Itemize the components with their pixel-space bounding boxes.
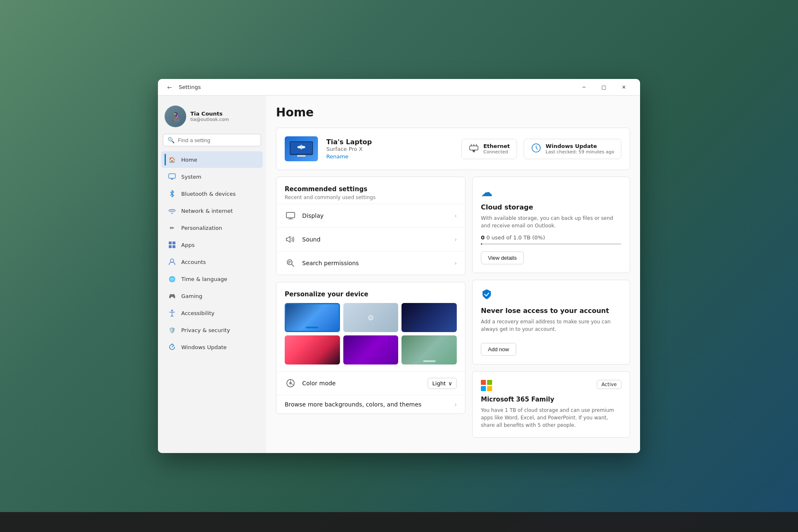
device-info: Tia's Laptop Surface Pro X Rename [326, 138, 453, 160]
svg-point-2 [172, 213, 173, 214]
minimize-button[interactable]: ─ [574, 81, 594, 94]
sidebar-item-personalization[interactable]: ✏️ Personalization [161, 219, 263, 236]
sidebar-item-label: Home [181, 157, 197, 163]
browse-themes-row[interactable]: Browse more backgrounds, colors, and the… [276, 395, 465, 414]
sidebar-item-label: Accessibility [181, 310, 214, 316]
svg-rect-13 [473, 150, 475, 152]
account-security-desc: Add a recovery email address to make sur… [481, 318, 621, 333]
sidebar-item-label: Bluetooth & devices [181, 191, 236, 197]
svg-rect-18 [288, 261, 291, 262]
sidebar-item-privacy[interactable]: 🛡️ Privacy & security [161, 322, 263, 338]
sidebar-item-network[interactable]: Network & internet [161, 202, 263, 219]
wallpaper-1[interactable] [285, 303, 340, 332]
home-icon: 🏠 [168, 155, 176, 164]
sidebar-item-system[interactable]: System [161, 168, 263, 185]
sound-chevron: › [454, 236, 457, 243]
svg-point-7 [170, 259, 174, 262]
update-status: Last checked: 59 minutes ago [546, 149, 614, 155]
recommended-subtitle: Recent and commonly used settings [285, 195, 457, 200]
personalization-icon: ✏️ [168, 224, 176, 232]
search-input[interactable] [178, 137, 256, 143]
svg-point-21 [289, 382, 292, 384]
personalize-title: Personalize your device [285, 291, 457, 298]
device-name: Tia's Laptop [326, 138, 453, 146]
sidebar-item-windows-update[interactable]: Windows Update [161, 339, 263, 355]
wallpaper-4[interactable] [285, 335, 340, 365]
browse-themes-chevron: › [454, 401, 457, 408]
accounts-icon [168, 258, 176, 266]
display-label: Display [302, 212, 454, 219]
window-title: Settings [179, 84, 201, 90]
status-cards: Ethernet Connected Windows Update Last c… [461, 139, 621, 159]
color-mode-label: Color mode [302, 380, 428, 387]
recommended-title: Recommended settings [285, 185, 457, 193]
sidebar-item-apps[interactable]: Apps [161, 236, 263, 253]
rename-link[interactable]: Rename [326, 153, 348, 160]
svg-rect-19 [288, 263, 290, 264]
system-icon [168, 172, 176, 181]
window-controls: ─ □ ✕ [574, 81, 633, 94]
left-column: Recommended settings Recent and commonly… [276, 177, 466, 438]
ms-logo-blue [481, 386, 486, 391]
two-col-layout: Recommended settings Recent and commonly… [276, 177, 630, 438]
svg-rect-11 [297, 155, 305, 157]
sidebar-item-home[interactable]: 🏠 Home [161, 151, 263, 168]
svg-rect-3 [169, 241, 172, 244]
main-content: Home Tia's Laptop Surface Pro X [266, 96, 640, 453]
search-permissions-label: Search permissions [302, 260, 454, 266]
ms365-title: Microsoft 365 Family [481, 396, 621, 403]
time-icon: 🌐 [168, 275, 176, 283]
wallpaper-2[interactable] [343, 303, 399, 332]
ethernet-icon [468, 143, 479, 155]
sound-setting-row[interactable]: Sound › [276, 227, 465, 251]
view-details-button[interactable]: View details [481, 251, 524, 264]
ms-logo-green [487, 380, 492, 385]
ms365-desc: You have 1 TB of cloud storage and can u… [481, 406, 621, 429]
sidebar-item-time[interactable]: 🌐 Time & language [161, 271, 263, 287]
ms365-card: Active Microsoft 365 Family You have 1 T… [472, 371, 630, 438]
color-mode-chevron: ∨ [448, 380, 452, 387]
windows-update-status-icon [531, 143, 542, 155]
wallpaper-6[interactable] [401, 335, 457, 365]
wallpaper-5[interactable] [343, 335, 399, 365]
sidebar-item-accessibility[interactable]: Accessibility [161, 305, 263, 321]
user-profile[interactable]: 👩‍🦽 Tia Counts tia@outlook.com [158, 102, 266, 134]
gaming-icon: 🎮 [168, 292, 176, 300]
ms-logo-yellow [487, 386, 492, 391]
add-now-button[interactable]: Add now [481, 343, 516, 356]
search-permissions-row[interactable]: Search permissions › [276, 251, 465, 275]
maximize-button[interactable]: □ [594, 81, 613, 94]
search-permissions-chevron: › [454, 260, 457, 266]
sidebar-item-label: Personalization [181, 225, 222, 231]
sidebar-item-gaming[interactable]: 🎮 Gaming [161, 288, 263, 304]
ethernet-label: Ethernet [483, 143, 510, 149]
search-box[interactable]: 🔍 [163, 134, 261, 146]
windows-update-status-card[interactable]: Windows Update Last checked: 59 minutes … [524, 139, 621, 159]
close-button[interactable]: ✕ [614, 81, 633, 94]
search-permissions-icon [285, 257, 296, 269]
active-badge: Active [597, 380, 621, 389]
svg-rect-12 [470, 146, 478, 150]
update-text: Windows Update Last checked: 59 minutes … [546, 143, 614, 155]
display-setting-row[interactable]: Display › [276, 204, 465, 227]
color-mode-icon [285, 377, 296, 389]
sidebar-item-label: System [181, 174, 201, 180]
wallpaper-3[interactable] [401, 303, 457, 332]
device-icon [285, 136, 318, 161]
sidebar-item-label: Windows Update [181, 344, 227, 350]
svg-rect-16 [289, 218, 292, 219]
ethernet-status-card[interactable]: Ethernet Connected [461, 139, 517, 159]
account-security-title: Never lose access to your account [481, 307, 621, 315]
avatar: 👩‍🦽 [165, 106, 186, 127]
sidebar-item-label: Network & internet [181, 208, 233, 214]
sidebar-item-bluetooth[interactable]: Bluetooth & devices [161, 185, 263, 202]
color-mode-select[interactable]: Light ∨ [428, 378, 457, 389]
cloud-icon: ☁ [481, 185, 621, 199]
user-email: tia@outlook.com [190, 117, 229, 122]
svg-rect-6 [172, 245, 175, 248]
wallpaper-grid [276, 303, 465, 371]
update-label: Windows Update [546, 143, 614, 149]
back-button[interactable]: ← [165, 82, 175, 92]
cloud-title: Cloud storage [481, 203, 621, 211]
sidebar-item-accounts[interactable]: Accounts [161, 254, 263, 270]
